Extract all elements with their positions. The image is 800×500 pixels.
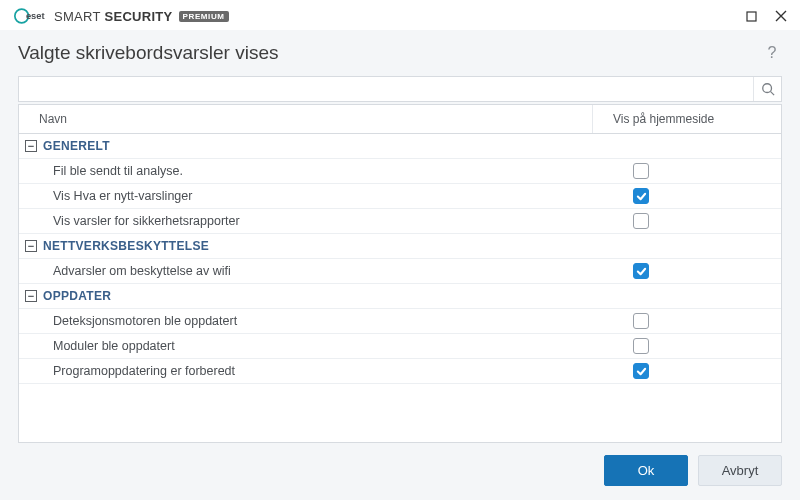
collapse-icon[interactable]: −: [25, 290, 37, 302]
collapse-icon[interactable]: −: [25, 240, 37, 252]
table-body: −GENERELTFil ble sendt til analyse.Vis H…: [19, 134, 781, 442]
svg-text:eset: eset: [26, 11, 45, 21]
content-area: Valgte skrivebordsvarsler vises ? Navn V…: [0, 30, 800, 500]
item-check-cell: [593, 310, 781, 332]
table-row: Programoppdatering er forberedt: [19, 359, 781, 384]
eset-logo-icon: eset: [14, 8, 48, 24]
show-on-homepage-checkbox[interactable]: [633, 163, 649, 179]
table-row: Deteksjonsmotoren ble oppdatert: [19, 309, 781, 334]
item-name: Vis Hva er nytt-varslinger: [19, 184, 593, 208]
page-header: Valgte skrivebordsvarsler vises ?: [18, 42, 782, 64]
table-row: Vis Hva er nytt-varslinger: [19, 184, 781, 209]
item-check-cell: [593, 260, 781, 282]
table-row: Vis varsler for sikkerhetsrapporter: [19, 209, 781, 234]
group-row[interactable]: −OPPDATER: [19, 284, 781, 309]
help-button[interactable]: ?: [762, 44, 782, 62]
search-icon: [761, 82, 775, 96]
svg-point-3: [762, 84, 771, 93]
show-on-homepage-checkbox[interactable]: [633, 213, 649, 229]
column-header-show[interactable]: Vis på hjemmeside: [593, 105, 781, 133]
group-label: NETTVERKSBESKYTTELSE: [43, 239, 209, 253]
table-row: Moduler ble oppdatert: [19, 334, 781, 359]
cancel-button[interactable]: Avbryt: [698, 455, 782, 486]
group-label: OPPDATER: [43, 289, 111, 303]
ok-button[interactable]: Ok: [604, 455, 688, 486]
table-header: Navn Vis på hjemmeside: [19, 105, 781, 134]
item-check-cell: [593, 335, 781, 357]
show-on-homepage-checkbox[interactable]: [633, 263, 649, 279]
page-title: Valgte skrivebordsvarsler vises: [18, 42, 278, 64]
search-row: [18, 76, 782, 102]
show-on-homepage-checkbox[interactable]: [633, 363, 649, 379]
show-on-homepage-checkbox[interactable]: [633, 188, 649, 204]
show-on-homepage-checkbox[interactable]: [633, 313, 649, 329]
notification-table: Navn Vis på hjemmeside −GENERELTFil ble …: [18, 104, 782, 443]
titlebar: eset SMART SECURITY PREMIUM: [0, 0, 800, 30]
item-name: Moduler ble oppdatert: [19, 334, 593, 358]
svg-line-4: [770, 92, 774, 96]
brand-text: SMART SECURITY: [54, 9, 173, 24]
column-header-name[interactable]: Navn: [19, 105, 593, 133]
show-on-homepage-checkbox[interactable]: [633, 338, 649, 354]
window-controls: [744, 9, 788, 23]
item-name: Advarsler om beskyttelse av wifi: [19, 259, 593, 283]
item-name: Fil ble sendt til analyse.: [19, 159, 593, 183]
brand: eset SMART SECURITY PREMIUM: [14, 8, 229, 24]
search-button[interactable]: [753, 77, 781, 101]
item-check-cell: [593, 360, 781, 382]
table-row: Fil ble sendt til analyse.: [19, 159, 781, 184]
group-row[interactable]: −GENERELT: [19, 134, 781, 159]
item-name: Programoppdatering er forberedt: [19, 359, 593, 383]
group-row[interactable]: −NETTVERKSBESKYTTELSE: [19, 234, 781, 259]
group-label: GENERELT: [43, 139, 110, 153]
svg-rect-2: [747, 12, 756, 21]
dialog-footer: Ok Avbryt: [18, 443, 782, 486]
item-check-cell: [593, 210, 781, 232]
close-button[interactable]: [774, 9, 788, 23]
maximize-button[interactable]: [744, 9, 758, 23]
table-row: Advarsler om beskyttelse av wifi: [19, 259, 781, 284]
item-check-cell: [593, 185, 781, 207]
search-input[interactable]: [19, 77, 753, 101]
item-name: Vis varsler for sikkerhetsrapporter: [19, 209, 593, 233]
collapse-icon[interactable]: −: [25, 140, 37, 152]
item-name: Deteksjonsmotoren ble oppdatert: [19, 309, 593, 333]
item-check-cell: [593, 160, 781, 182]
premium-badge: PREMIUM: [179, 11, 229, 22]
